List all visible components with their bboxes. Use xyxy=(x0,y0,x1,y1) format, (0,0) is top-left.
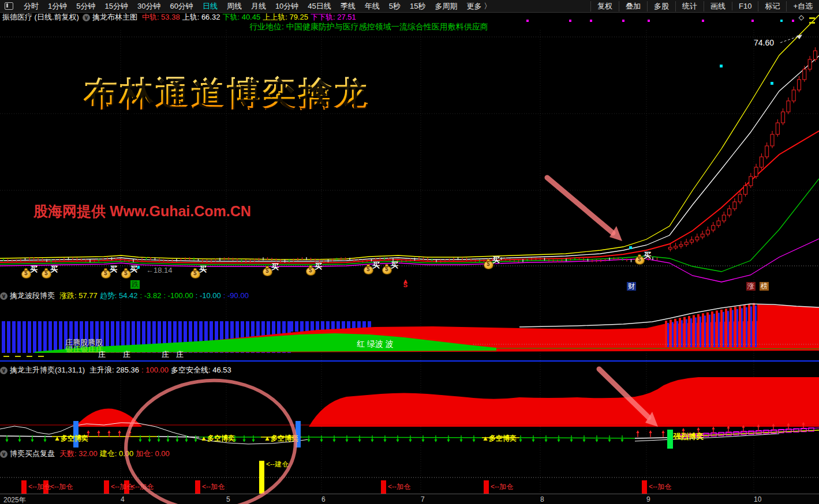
period-tab[interactable]: 月线 xyxy=(246,1,271,12)
indicator-field: : -90.00 xyxy=(223,291,249,300)
period-tab[interactable]: 15分钟 xyxy=(100,1,132,12)
period-tab[interactable]: 5分钟 xyxy=(72,1,100,12)
indicator-title[interactable]: 擒龙布林主图 xyxy=(92,12,137,22)
period-tab[interactable]: 分时 xyxy=(19,1,43,12)
chart-bar xyxy=(38,321,42,353)
buy-signal-label: 买 xyxy=(372,260,380,270)
panel4-name[interactable]: 博奕买点复盘 xyxy=(10,449,55,459)
toolbar-button[interactable]: 标记 xyxy=(758,1,786,12)
bull-bear-battle-label: ▲多空博奕 xyxy=(264,434,298,443)
chart-line xyxy=(0,436,52,437)
chart-bar xyxy=(38,356,44,357)
collapse-icon[interactable]: ∨ xyxy=(0,292,8,300)
panel3-name[interactable]: 擒龙主升博奕(31,31,1) xyxy=(10,365,85,375)
bull-bear-battle-label: ▲多空博奕 xyxy=(54,434,88,443)
candle xyxy=(706,230,709,234)
down-arrow xyxy=(371,439,373,442)
collapse-icon[interactable]: ∨ xyxy=(83,14,90,21)
chart-bar xyxy=(15,356,21,357)
toolbar-button[interactable]: 多股 xyxy=(647,1,675,12)
window-icon[interactable] xyxy=(5,2,13,10)
chart-line xyxy=(519,438,635,438)
panel3-values: 主升浪: 285.36: 100.00多空安全线: 46.53 xyxy=(89,365,234,375)
chart-line xyxy=(0,15,819,259)
down-arrow xyxy=(358,439,361,442)
period-tab[interactable]: 10分钟 xyxy=(271,1,303,12)
indicator-field: 多空安全线: 46.53 xyxy=(171,366,231,374)
buy-signal-label: 买 xyxy=(110,264,117,274)
down-arrow xyxy=(409,439,412,442)
chart-line xyxy=(0,131,819,263)
period-tab[interactable]: 年线 xyxy=(360,1,384,12)
candle xyxy=(722,215,725,221)
chart-bar xyxy=(720,310,723,347)
candle xyxy=(760,157,763,167)
chart-bar xyxy=(727,311,729,347)
banker-label: 庄 xyxy=(176,349,184,360)
status-badge: 涨 xyxy=(746,282,756,291)
period-tab[interactable]: 季线 xyxy=(336,1,360,12)
period-tab[interactable]: 15秒 xyxy=(405,1,430,12)
candle xyxy=(765,146,769,157)
add-position-label: <--加仓 xyxy=(202,482,225,492)
period-tab[interactable]: 日线 xyxy=(198,1,222,12)
chart-bar xyxy=(753,303,755,347)
buy-signal-label: 买 xyxy=(130,264,137,274)
collapse-icon[interactable]: ∨ xyxy=(0,367,8,374)
chart-line xyxy=(0,423,309,444)
chart-bar xyxy=(679,318,681,347)
down-arrow xyxy=(307,439,310,442)
up-arrow xyxy=(682,428,685,431)
diamond-icon[interactable]: ◇ xyxy=(799,13,804,21)
candle xyxy=(679,245,683,246)
chart-bar xyxy=(716,310,718,347)
down-arrow xyxy=(194,439,197,442)
toolbar-button[interactable]: +自选 xyxy=(786,1,819,12)
chart-bar xyxy=(672,322,674,347)
add-position-label: <--加仓 xyxy=(28,482,51,492)
candle xyxy=(712,225,715,230)
down-arrow xyxy=(43,439,46,442)
period-tab[interactable]: 更多 〉 xyxy=(462,1,496,12)
period-tab[interactable]: 多周期 xyxy=(431,1,462,12)
low-price-label: ←18.14 xyxy=(146,266,173,274)
axis-label: 9 xyxy=(646,495,650,503)
add-position-label: <--加仓 xyxy=(111,482,133,492)
wave-label: 红 绿波 波 xyxy=(357,339,394,349)
toolbar-button[interactable]: F10 xyxy=(732,2,758,10)
toolbar-button[interactable]: 复权 xyxy=(590,1,619,12)
period-tab[interactable]: 5秒 xyxy=(384,1,405,12)
toolbar-button[interactable]: 画线 xyxy=(704,1,732,12)
collapse-icon[interactable]: ∨ xyxy=(0,450,8,458)
period-tab[interactable]: 30分钟 xyxy=(133,1,165,12)
chart-bar xyxy=(702,313,704,347)
down-arrow xyxy=(175,439,178,442)
period-tab[interactable]: 1分钟 xyxy=(43,1,72,12)
time-axis[interactable]: 2025年45678910 xyxy=(0,494,819,504)
period-tab[interactable]: 周线 xyxy=(222,1,246,12)
candle xyxy=(717,221,720,225)
down-arrow xyxy=(570,439,573,442)
down-arrow xyxy=(595,439,598,442)
candle xyxy=(695,237,699,240)
up-arrow xyxy=(661,430,664,433)
candle xyxy=(685,242,688,245)
period-tab[interactable]: 60分钟 xyxy=(165,1,197,12)
down-arrow xyxy=(434,439,437,442)
panel2-name[interactable]: 擒龙波段博奕 xyxy=(10,291,55,301)
status-badge: 财 xyxy=(627,282,636,291)
toolbar-button[interactable]: 统计 xyxy=(675,1,704,12)
period-tab[interactable]: 45日线 xyxy=(303,1,335,12)
buy-signal-label: 买 xyxy=(50,264,58,274)
candle xyxy=(754,167,758,176)
candle xyxy=(674,246,678,248)
bull-bear-battle-label: ▲多空博奕 xyxy=(200,434,235,443)
open-position-bar xyxy=(259,461,264,496)
down-arrow xyxy=(459,439,462,442)
candle xyxy=(668,247,672,249)
triangle-icon: ▲ xyxy=(200,434,207,442)
toolbar-button[interactable]: 叠加 xyxy=(619,1,647,12)
intense-battle-label: 强烈博奕 xyxy=(674,431,704,442)
chart-bar xyxy=(686,319,687,347)
buy-signal-label: 买 xyxy=(644,250,651,261)
